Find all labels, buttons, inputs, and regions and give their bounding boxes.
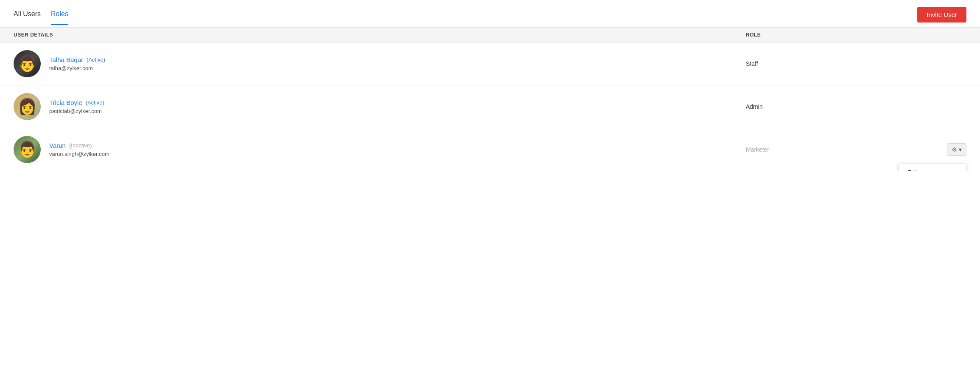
dropdown-menu: Edit Mark as Active Delete bbox=[899, 164, 966, 171]
user-name[interactable]: Tricia Boyle bbox=[49, 99, 82, 106]
table-row: Talha Baqar (Active) talha@zylker.com St… bbox=[0, 42, 980, 85]
table-row: Tricia Boyle (Active) patriciab@zylker.c… bbox=[0, 85, 980, 128]
user-info-varun: Varun (Inactive) varun.singh@zylker.com bbox=[14, 136, 746, 163]
avatar bbox=[14, 50, 41, 77]
col-header-user-details: USER DETAILS bbox=[14, 32, 746, 38]
table-row: Varun (Inactive) varun.singh@zylker.com … bbox=[0, 128, 980, 171]
chevron-down-icon: ▾ bbox=[959, 146, 962, 153]
page-header: All Users Roles Invite User bbox=[0, 0, 980, 28]
avatar bbox=[14, 93, 41, 120]
table-header: USER DETAILS ROLE bbox=[0, 28, 980, 42]
user-email: patriciab@zylker.com bbox=[49, 108, 104, 114]
status-badge: (Inactive) bbox=[69, 142, 92, 149]
col-header-role: ROLE bbox=[746, 32, 916, 38]
role-cell: Staff bbox=[746, 60, 916, 67]
role-cell: Marketer bbox=[746, 146, 916, 153]
dropdown-item-edit[interactable]: Edit bbox=[899, 164, 966, 171]
user-name[interactable]: Varun bbox=[49, 142, 66, 149]
role-cell: Admin bbox=[746, 103, 916, 110]
avatar bbox=[14, 136, 41, 163]
user-name[interactable]: Talha Baqar bbox=[49, 56, 83, 63]
tab-all-users[interactable]: All Users bbox=[14, 10, 41, 25]
gear-icon: ⚙ bbox=[952, 146, 957, 153]
user-info-talha: Talha Baqar (Active) talha@zylker.com bbox=[14, 50, 746, 77]
col-header-actions bbox=[916, 32, 966, 38]
status-badge: (Active) bbox=[86, 99, 104, 106]
tab-bar: All Users Roles bbox=[14, 9, 68, 24]
status-badge: (Active) bbox=[87, 56, 105, 63]
tab-roles[interactable]: Roles bbox=[51, 10, 68, 25]
user-email: varun.singh@zylker.com bbox=[49, 151, 109, 157]
gear-dropdown-button[interactable]: ⚙ ▾ bbox=[947, 143, 966, 156]
action-cell: ⚙ ▾ Edit Mark as Active Delete bbox=[916, 143, 966, 156]
user-email: talha@zylker.com bbox=[49, 65, 105, 71]
invite-user-button[interactable]: Invite User bbox=[917, 7, 966, 23]
user-info-tricia: Tricia Boyle (Active) patriciab@zylker.c… bbox=[14, 93, 746, 120]
